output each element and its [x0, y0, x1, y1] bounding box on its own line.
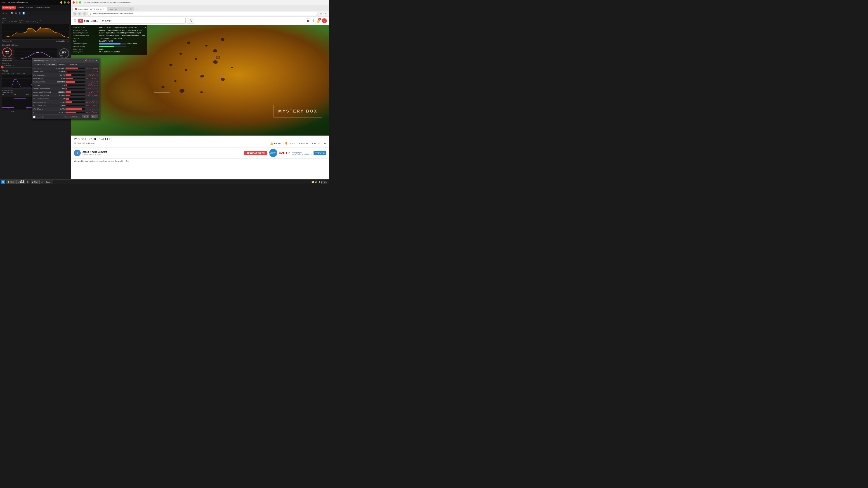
video-actions: 👍 128 TIS. 👎 4,1 TIS. ↗ SDÍLET ＋: [270, 142, 327, 145]
profile-icon[interactable]: 👤: [18, 12, 21, 14]
nav-global-profile[interactable]: Globální profil: [2, 6, 16, 9]
more-btn[interactable]: •••: [324, 142, 327, 145]
fan-rpm-label: Ventilátor a logika: [2, 58, 12, 59]
taskbar-monitor-icon: 🖥: [27, 181, 29, 183]
gpuz-sensor-val: 1111 MB: [55, 91, 66, 93]
start-button[interactable]: ⊞: [1, 180, 5, 184]
taskbar-square-btn[interactable]: □: [40, 180, 44, 184]
gpuz-pin-btn[interactable]: 📌: [84, 59, 88, 62]
save-btn[interactable]: ＋ ULOŽIT: [311, 142, 322, 145]
stat-videoid-key: Video ID / sCPN: [73, 26, 98, 29]
taskbar-system-btn[interactable]: System: [44, 180, 53, 184]
browser-tab-new[interactable]: New Tab ✕: [107, 7, 134, 11]
gpuz-log-checkbox[interactable]: [33, 116, 35, 118]
gpuz-tab-advanced[interactable]: Advanced: [57, 63, 68, 66]
notification-btn[interactable]: 🔔 1: [316, 19, 320, 23]
gpuz-sparkline: [86, 104, 98, 107]
export-icon[interactable]: ↗: [26, 12, 28, 14]
taskbar-notification-btn[interactable]: 🔔 Hlasit: [6, 180, 16, 184]
channel-date: Publikováno 9. 4. 2017: [83, 153, 243, 155]
new-tab-close-btn[interactable]: ✕: [130, 8, 132, 10]
gpuz-sensor-row: GPU Load8 %: [32, 84, 99, 87]
gpuz-sensor-bar: [66, 108, 85, 110]
hamburger-icon[interactable]: ☰: [73, 19, 76, 23]
gpuz-close-footer-btn[interactable]: Close: [91, 116, 98, 119]
youtube-logo[interactable]: YouTube cz: [78, 19, 98, 23]
fan-rpm-unit: RPM: [6, 53, 8, 54]
video-meta-row: 25 250 212 zhlédnutí 👍 128 TIS. 👎 4,1 TI…: [74, 142, 327, 145]
yt-search-btn[interactable]: 🔍: [187, 18, 194, 24]
url-bar[interactable]: 🔒 https://www.youtube.com/watch?v=1raHJr…: [88, 12, 318, 16]
taskbar-pivot-btn[interactable]: ▶ Přivrt: [31, 180, 39, 184]
forward-nav-btn[interactable]: ▷: [78, 12, 82, 16]
dislike-btn[interactable]: 👎 4,1 TIS.: [284, 142, 296, 145]
menu-btn[interactable]: ≡: [324, 12, 328, 16]
mem-stav-0: STÁ 0: Min.: [2, 73, 9, 74]
browser-tab-yt[interactable]: Peru 8K HDR 60FPS (FUHD) ✕: [72, 7, 107, 11]
back-icon[interactable]: ◁: [2, 12, 4, 14]
gpuz-tab-validation[interactable]: Validation: [68, 63, 79, 66]
subscribe-btn[interactable]: ODEBÍRAT 351 TIS.: [244, 151, 268, 155]
gpuz-sensor-bar-fill: [66, 81, 75, 83]
browser-minimize-btn[interactable]: [76, 1, 78, 4]
yt-search-bar[interactable]: 8k 120fps: [100, 18, 186, 24]
yt-user-avatar[interactable]: U: [322, 18, 327, 23]
browser-close-btn[interactable]: [72, 1, 75, 4]
gpuz-sensor-bar-fill: [66, 74, 71, 76]
maximize-button[interactable]: [64, 1, 66, 4]
gpuz-tab-graphics[interactable]: Graphics Card: [32, 63, 46, 66]
share-btn[interactable]: ↗ SDÍLET: [298, 142, 308, 145]
like-count: 128 TIS.: [274, 142, 282, 145]
like-btn[interactable]: 👍 128 TIS.: [270, 142, 282, 145]
video-player[interactable]: ✕ Video ID / sCPNVideo ID / eCPN 1La4QrG…: [71, 25, 329, 135]
tray-network-icon[interactable]: 📶: [311, 181, 314, 183]
search-icon[interactable]: 🔍: [11, 12, 13, 14]
description-text: We want to share with everyone how we se…: [74, 160, 129, 162]
amd-navbar: Globální profil Globální – Warhlen Sledo…: [0, 5, 71, 11]
taskbar-monitor-btn[interactable]: 🖥: [26, 180, 30, 184]
chart-icon[interactable]: 📊: [22, 12, 25, 14]
gpuz-sensor-key: VDDC: [33, 111, 55, 113]
gpuz-minimize-btn[interactable]: ─: [92, 59, 94, 62]
nav-monitoring[interactable]: Sledování výkonu: [35, 6, 52, 9]
gpuz-reset-btn[interactable]: Reset: [82, 116, 89, 119]
ad-dismiss-btn[interactable]: ✕: [325, 147, 327, 149]
nav-global-warhlen[interactable]: Globální – Warhlen: [16, 6, 34, 9]
reload-nav-btn[interactable]: ↺: [83, 12, 87, 16]
gpuz-device-label: Radeon RX 580 Series: [64, 116, 81, 118]
home-icon[interactable]: ⌂: [8, 12, 9, 14]
tray-battery-icon[interactable]: 🔋: [318, 181, 321, 183]
gpuz-sparkline: [86, 91, 98, 93]
back-nav-btn[interactable]: ◁: [72, 12, 76, 16]
slider-thumb[interactable]: [1, 66, 4, 68]
stat-codecs-val: Codecs vp9 (772) / opus (251): [99, 37, 122, 40]
gpuz-sensor-key: Fan Speed (RPM): [33, 81, 55, 83]
gpuz-tab-sensors[interactable]: Sensors: [46, 63, 57, 66]
gpuz-close-btn[interactable]: ✕: [95, 59, 98, 62]
gpuz-sensor-key: GPU Load: [33, 85, 55, 86]
new-tab-btn[interactable]: +: [135, 7, 139, 11]
tray-volume-icon[interactable]: 🔊: [315, 181, 317, 183]
minimize-button[interactable]: [60, 1, 62, 4]
gpuz-sparkline: [86, 111, 98, 113]
stats-close-btn[interactable]: ✕: [145, 26, 146, 29]
bookmark-btn[interactable]: ☆: [319, 12, 323, 16]
channel-name[interactable]: Jacob + Katie Schwarz: [83, 151, 243, 153]
gpuz-sensor-bar-fill: [66, 88, 67, 90]
ad-select-btn[interactable]: VYBRAT SI: [313, 151, 327, 155]
gpuz-sensor-row: Board Power Draw70.2 W: [32, 101, 99, 104]
frequency-label: Frekvence (%): [2, 40, 56, 42]
tab-close-btn[interactable]: ✕: [103, 8, 105, 10]
settings-icon[interactable]: ⚙: [15, 12, 17, 14]
close-button[interactable]: [67, 1, 70, 4]
video-upload-btn[interactable]: 🎬: [306, 19, 310, 23]
mem-val-0: N/A: [2, 94, 12, 95]
whisker-3: [154, 92, 169, 93]
apps-icon[interactable]: ⠿: [312, 19, 314, 23]
gpuz-sensor-row: VDDC1.150 V: [32, 111, 99, 114]
browser-maximize-btn[interactable]: [79, 1, 81, 4]
share-icon: ↗: [298, 142, 301, 145]
forward-icon[interactable]: ▷: [5, 12, 7, 14]
stat-buffer-key: Buffer Health: [73, 48, 98, 51]
gpuz-settings-btn[interactable]: ⚙: [88, 59, 91, 62]
